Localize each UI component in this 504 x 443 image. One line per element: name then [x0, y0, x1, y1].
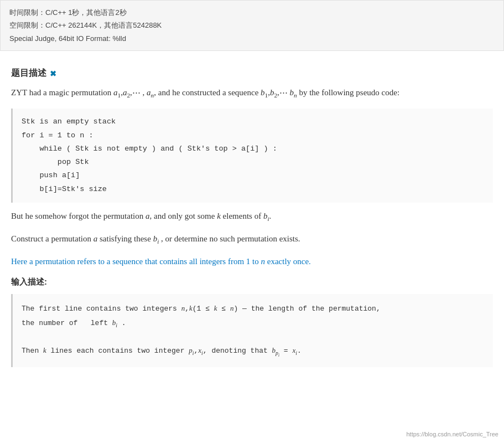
- code-line-5: push a[i]: [22, 169, 484, 182]
- problem-section-title: 题目描述 ✖: [11, 68, 493, 79]
- input-line-2: the number of left bi .: [22, 316, 484, 331]
- problem-title-text: 题目描述: [11, 68, 46, 79]
- edit-icon[interactable]: ✖: [50, 69, 56, 78]
- input-line-3: Then k lines each contains two integer p…: [22, 344, 484, 359]
- special-judge: Special Judge, 64bit IO Format: %lld: [9, 32, 495, 45]
- time-limit: 时间限制：C/C++ 1秒，其他语言2秒: [9, 6, 495, 19]
- code-line-4: pop Stk: [22, 156, 484, 169]
- input-description-block: The first line contains two integers n,k…: [11, 294, 493, 367]
- info-box: 时间限制：C/C++ 1秒，其他语言2秒 空间限制：C/C++ 262144K，…: [0, 0, 504, 51]
- space-limit: 空间限制：C/C++ 262144K，其他语言524288K: [9, 19, 495, 32]
- input-line-blank: [22, 331, 484, 344]
- input-line-1: The first line contains two integers n,k…: [22, 302, 484, 316]
- input-section-title: 输入描述:: [11, 277, 493, 287]
- problem-description-1: ZYT had a magic permutation a1,a2,⋯ , an…: [11, 86, 493, 101]
- permutation-definition: Here a permutation refers to a sequence …: [11, 255, 493, 269]
- code-line-3: while ( Stk is not empty ) and ( Stk's t…: [22, 142, 484, 156]
- problem-description-3: Construct a permutation a satisfying the…: [11, 232, 493, 247]
- code-line-1: Stk is an empty stack: [22, 115, 484, 128]
- problem-description-2: But he somehow forgot the permutation a,…: [11, 209, 493, 224]
- pseudo-code-block: Stk is an empty stack for i = 1 to n : w…: [11, 109, 493, 203]
- code-line-6: b[i]=Stk's size: [22, 183, 484, 196]
- code-line-2: for i = 1 to n :: [22, 129, 484, 142]
